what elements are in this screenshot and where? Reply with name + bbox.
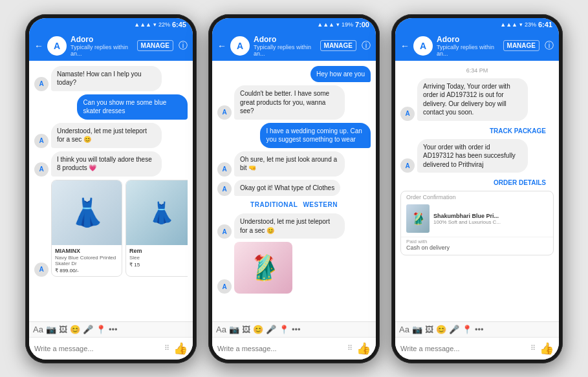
grid-icon-3[interactable]: ⠿ bbox=[530, 344, 536, 352]
more-icon-1[interactable]: ••• bbox=[109, 325, 118, 334]
chat-area-1: A Namaste! How can I help you today? Can… bbox=[29, 61, 193, 321]
photo-icon-1[interactable]: 🖼 bbox=[59, 325, 67, 334]
message-input-3[interactable] bbox=[400, 345, 527, 352]
manage-button-3[interactable]: MANAGE bbox=[503, 40, 539, 51]
back-button-2[interactable]: ← bbox=[217, 41, 226, 51]
product-card-2[interactable]: 👗 Rem Slee ₹ 15 bbox=[125, 180, 188, 277]
back-button-3[interactable]: ← bbox=[400, 41, 409, 51]
bubble-3-1: Arriving Today, Your order with order id… bbox=[417, 78, 528, 121]
avatar-3: A bbox=[413, 36, 433, 56]
time-3: 6:41 bbox=[538, 21, 552, 28]
message-input-area-1: ⠿ 👍 bbox=[29, 337, 193, 360]
paid-with-value: Cash on delivery bbox=[406, 244, 548, 251]
input-toolbar-1: Aa 📷 🖼 😊 🎤 📍 ••• bbox=[29, 321, 193, 337]
choice-traditional[interactable]: TRADITIONAL bbox=[250, 201, 298, 208]
info-icon-2[interactable]: ⓘ bbox=[362, 40, 371, 52]
emoji-icon-3[interactable]: 😊 bbox=[436, 325, 446, 334]
product-cards-row-1: A 👗 MIAMINX Navy Blue Colored Printed Sk… bbox=[34, 180, 188, 277]
fb-header-3: ← A Adoro Typically replies within an...… bbox=[395, 31, 559, 61]
photo-icon-3[interactable]: 🖼 bbox=[425, 325, 433, 334]
msg-row-incoming-2: A Understood, let me just teleport for a… bbox=[34, 123, 188, 148]
input-toolbar-2: Aa 📷 🖼 😊 🎤 📍 ••• bbox=[212, 321, 376, 337]
photo-icon-2[interactable]: 🖼 bbox=[242, 325, 250, 334]
product-desc-1: Navy Blue Colored Printed Skater Dr bbox=[55, 255, 118, 266]
paid-with-section: Paid with Cash on delivery bbox=[401, 237, 553, 255]
track-package-button[interactable]: TRACK PACKAGE bbox=[486, 125, 550, 136]
send-button-2[interactable]: 👍 bbox=[356, 341, 371, 356]
bot-av-2-4: A bbox=[217, 224, 232, 239]
time-2: 7:00 bbox=[355, 21, 369, 28]
aa-icon-1[interactable]: Aa bbox=[33, 325, 43, 334]
msg-row-out-2-1: Hey how are you bbox=[217, 66, 371, 83]
msg-row-3-1: A Arriving Today, Your order with order … bbox=[400, 78, 554, 121]
wifi-icon-2: ▾ bbox=[336, 21, 340, 28]
track-row: TRACK PACKAGE bbox=[400, 124, 554, 136]
wifi-icon-3: ▾ bbox=[519, 21, 523, 28]
manage-button-2[interactable]: MANAGE bbox=[320, 40, 356, 51]
phone-body-3: ▲▲▲ ▾ 23% 6:41 ← A Adoro Typically repli… bbox=[391, 14, 563, 363]
chat-area-3: 6:34 PM A Arriving Today, Your order wit… bbox=[395, 61, 559, 321]
product-info-1: MIAMINX Navy Blue Colored Printed Skater… bbox=[52, 245, 122, 276]
bot-av-2-2: A bbox=[217, 162, 232, 177]
message-input-area-2: ⠿ 👍 bbox=[212, 337, 376, 360]
camera-icon-3[interactable]: 📷 bbox=[412, 325, 422, 334]
manage-button-1[interactable]: MANAGE bbox=[137, 40, 173, 51]
aa-icon-2[interactable]: Aa bbox=[216, 325, 226, 334]
camera-icon-1[interactable]: 📷 bbox=[46, 325, 56, 334]
msg-row-in-2-2: A Couldn't be better. I have some great … bbox=[217, 85, 371, 120]
order-confirm-card: Order Confirmation 🥻 Shakumbhari Blue Pr… bbox=[400, 191, 554, 255]
back-button-1[interactable]: ← bbox=[34, 41, 43, 51]
camera-icon-2[interactable]: 📷 bbox=[229, 325, 239, 334]
status-bar-1: ▲▲▲ ▾ 22% 6:45 bbox=[29, 18, 193, 31]
time-1: 6:45 bbox=[172, 21, 186, 28]
header-actions-2: MANAGE ⓘ bbox=[320, 40, 371, 52]
mic-icon-1[interactable]: 🎤 bbox=[83, 325, 93, 334]
info-icon-3[interactable]: ⓘ bbox=[545, 40, 554, 52]
contact-name-3: Adoro bbox=[437, 35, 499, 44]
contact-status-3: Typically replies within an... bbox=[437, 44, 499, 57]
mic-icon-2[interactable]: 🎤 bbox=[266, 325, 276, 334]
saree-img-row: A 🥻 bbox=[217, 242, 371, 294]
message-input-1[interactable] bbox=[34, 345, 160, 352]
grid-icon-1[interactable]: ⠿ bbox=[164, 344, 169, 352]
more-icon-3[interactable]: ••• bbox=[475, 325, 484, 334]
emoji-icon-1[interactable]: 😊 bbox=[70, 325, 80, 334]
header-info-2: Adoro Typically replies within an... bbox=[254, 35, 316, 57]
location-icon-3[interactable]: 📍 bbox=[462, 325, 472, 334]
bot-avatar-1: A bbox=[34, 77, 49, 91]
bubble-2-5: Okay got it! What type of Clothes bbox=[234, 180, 340, 197]
bubble-2-1: Hey how are you bbox=[310, 66, 371, 83]
avatar-1: A bbox=[47, 36, 67, 56]
phone-screen-2: ▲▲▲ ▾ 19% 7:00 ← A Adoro Typically repli… bbox=[212, 18, 376, 360]
battery-1: 22% bbox=[158, 21, 170, 28]
message-input-2[interactable] bbox=[217, 345, 343, 352]
order-details-button[interactable]: ORDER DETAILS bbox=[490, 177, 550, 188]
product-card-1[interactable]: 👗 MIAMINX Navy Blue Colored Printed Skat… bbox=[51, 180, 122, 277]
location-icon-1[interactable]: 📍 bbox=[96, 325, 106, 334]
phone-1: ▲▲▲ ▾ 22% 6:45 ← A Adoro Typically repli… bbox=[25, 14, 197, 363]
emoji-icon-2[interactable]: 😊 bbox=[253, 325, 263, 334]
order-product-title: Shakumbhari Blue Pri... bbox=[433, 213, 501, 219]
location-icon-2[interactable]: 📍 bbox=[279, 325, 289, 334]
aa-icon-3[interactable]: Aa bbox=[399, 325, 409, 334]
product-price-2: ₹ 15 bbox=[129, 262, 188, 268]
bubble-2-2: Couldn't be better. I have some great pr… bbox=[234, 85, 345, 120]
choices-row-2: TRADITIONAL WESTERN bbox=[217, 201, 371, 208]
timestamp-3: 6:34 PM bbox=[400, 67, 554, 74]
signal-icon: ▲▲▲ bbox=[134, 21, 151, 28]
more-icon-2[interactable]: ••• bbox=[292, 325, 301, 334]
send-button-1[interactable]: 👍 bbox=[173, 341, 188, 356]
choice-western[interactable]: WESTERN bbox=[303, 201, 338, 208]
grid-icon-2[interactable]: ⠿ bbox=[347, 344, 353, 352]
send-button-3[interactable]: 👍 bbox=[539, 341, 554, 356]
contact-status-1: Typically replies within an... bbox=[71, 44, 133, 57]
info-icon-1[interactable]: ⓘ bbox=[179, 40, 188, 52]
signal-icon-3: ▲▲▲ bbox=[500, 21, 517, 28]
mic-icon-3[interactable]: 🎤 bbox=[449, 325, 459, 334]
msg-row-incoming: A Namaste! How can I help you today? bbox=[34, 66, 188, 91]
order-product-subtitle: 100% Soft and Luxurious C... bbox=[433, 219, 501, 225]
status-bar-3: ▲▲▲ ▾ 23% 6:41 bbox=[395, 18, 559, 31]
bot-av-3-1: A bbox=[400, 107, 415, 121]
order-details-row: ORDER DETAILS bbox=[400, 176, 554, 188]
header-info-3: Adoro Typically replies within an... bbox=[437, 35, 499, 57]
